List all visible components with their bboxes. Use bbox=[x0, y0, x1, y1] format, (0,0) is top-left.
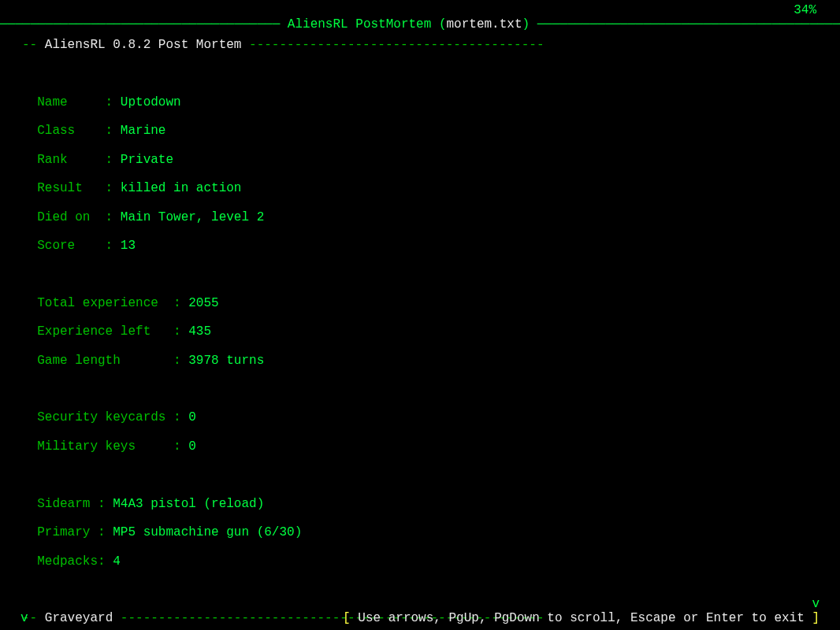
section-header: -- AliensRL 0.8.2 Post Mortem ----------… bbox=[22, 38, 545, 52]
footer-hint: [ Use arrows, PgUp, PgDown to scroll, Es… bbox=[0, 597, 840, 625]
stat-label: Experience left : bbox=[22, 324, 188, 339]
scroll-percent: 34% bbox=[794, 3, 816, 17]
stat-row: Primary : MP5 submachine gun (6/30) bbox=[22, 525, 545, 539]
stat-value: 4 bbox=[113, 554, 121, 569]
stat-label: Class : bbox=[22, 124, 121, 138]
stat-row: Game length : 3978 turns bbox=[22, 354, 545, 368]
stat-label: Name : bbox=[22, 95, 121, 109]
stat-row: Score : 13 bbox=[22, 239, 545, 253]
stat-label: Score : bbox=[22, 239, 121, 253]
stat-label: Security keycards : bbox=[22, 410, 188, 424]
stat-value: Uptodown bbox=[121, 95, 181, 109]
stat-value: 0 bbox=[188, 410, 196, 424]
stat-row: Sidearm : M4A3 pistol (reload) bbox=[22, 497, 545, 511]
stat-label: Game length : bbox=[22, 354, 188, 368]
bracket-icon: ] bbox=[805, 611, 820, 625]
footer-text: Use arrows, PgUp, PgDown to scroll, Esca… bbox=[358, 611, 805, 625]
stat-label: Rank : bbox=[22, 153, 121, 167]
stat-row: Security keycards : 0 bbox=[22, 410, 545, 424]
stat-label: Died on : bbox=[22, 210, 121, 224]
stat-row: Total experience : 2055 bbox=[22, 296, 545, 310]
stat-value: Private bbox=[121, 153, 173, 167]
stat-value: killed in action bbox=[121, 181, 242, 195]
stat-label: Sidearm : bbox=[22, 497, 113, 511]
stat-row: Rank : Private bbox=[22, 153, 545, 167]
stat-row: Experience left : 435 bbox=[22, 324, 545, 339]
stat-row: Class : Marine bbox=[22, 124, 545, 138]
stat-row: Military keys : 0 bbox=[22, 439, 545, 454]
stat-value: 2055 bbox=[188, 296, 218, 310]
stat-row: Name : Uptodown bbox=[22, 95, 545, 109]
bracket-icon: [ bbox=[343, 611, 358, 625]
stat-row: Medpacks: 4 bbox=[22, 554, 545, 569]
stat-label: Result : bbox=[22, 181, 121, 195]
stat-value: M4A3 pistol (reload) bbox=[113, 497, 264, 511]
stat-label: Military keys : bbox=[22, 439, 188, 454]
stat-value: 3978 turns bbox=[188, 354, 264, 368]
stat-label: Medpacks: bbox=[22, 554, 113, 569]
stat-value: MP5 submachine gun (6/30) bbox=[113, 525, 302, 539]
stat-value: 435 bbox=[188, 324, 211, 339]
stat-value: Marine bbox=[121, 124, 166, 138]
stat-row: Died on : Main Tower, level 2 bbox=[22, 210, 545, 224]
stat-label: Primary : bbox=[22, 525, 113, 539]
stat-label: Total experience : bbox=[22, 296, 188, 310]
postmortem-title: AliensRL 0.8.2 Post Mortem bbox=[45, 38, 242, 52]
stat-value: 0 bbox=[188, 439, 196, 454]
titlebar-dash-right: ────────────────────────────────────────… bbox=[530, 17, 840, 32]
postmortem-content: -- AliensRL 0.8.2 Post Mortem ----------… bbox=[22, 24, 545, 630]
stat-value: 13 bbox=[121, 239, 136, 253]
stat-row: Result : killed in action bbox=[22, 181, 545, 195]
stat-value: Main Tower, level 2 bbox=[121, 210, 264, 224]
